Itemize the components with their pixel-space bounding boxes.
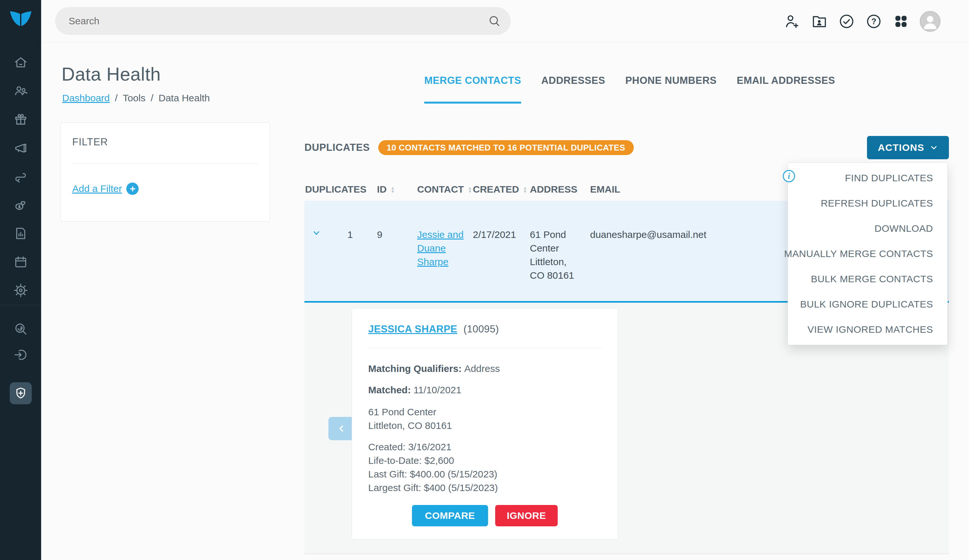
contact-folder-icon[interactable]	[811, 13, 828, 30]
sort-icon: ▲▼	[523, 186, 527, 193]
filter-title: FILTER	[72, 136, 258, 148]
tab-email-addresses[interactable]: EMAIL ADDRESSES	[737, 75, 835, 87]
help-icon[interactable]: ?	[865, 13, 882, 30]
menu-item-manually-merge-contacts[interactable]: MANUALLY MERGE CONTACTS	[788, 241, 947, 266]
stat-life-to-date: Life-to-Date: $2,600	[368, 454, 601, 467]
filter-divider	[72, 163, 258, 164]
row-address: 61 Pond Center Littleton, CO 80161	[526, 228, 585, 282]
duplicates-count-badge: 10 CONTACTS MATCHED TO 16 POTENTIAL DUPL…	[378, 140, 634, 155]
chevron-down-icon	[311, 228, 321, 238]
column-header-duplicates: DUPLICATES	[305, 184, 371, 195]
matching-qualifiers-line: Matching Qualifiers:Address	[368, 362, 601, 375]
add-filter-label: Add a Filter	[72, 183, 122, 194]
row-expand-cell[interactable]	[305, 228, 329, 241]
column-header-id[interactable]: ID▲▼	[371, 184, 413, 195]
sidebar-tools	[10, 321, 32, 404]
breadcrumb-separator: /	[151, 93, 153, 104]
actions-label: ACTIONS	[878, 142, 924, 153]
gift-icon[interactable]	[13, 112, 28, 127]
stat-last-gift: Last Gift: $400.00 (5/15/2023)	[368, 467, 601, 481]
filter-panel: FILTER Add a Filter +	[60, 122, 270, 221]
breadcrumb-current: Data Health	[159, 93, 210, 104]
duplicate-contact-id: (10095)	[463, 323, 499, 335]
sort-icon: ▲▼	[391, 186, 395, 193]
menu-item-find-duplicates[interactable]: FIND DUPLICATES	[788, 165, 947, 191]
sidebar-nav	[13, 55, 28, 298]
column-header-address: ADDRESS	[526, 184, 585, 195]
calendar-icon[interactable]	[13, 254, 28, 269]
home-icon[interactable]	[13, 55, 28, 70]
info-icon[interactable]: i	[783, 170, 795, 182]
app: ? Data Health Dashboard / Tools / Data H…	[0, 0, 969, 560]
page-title: Data Health	[62, 63, 161, 85]
breadcrumb-tools: Tools	[123, 93, 145, 104]
breadcrumb-dashboard[interactable]: Dashboard	[62, 93, 110, 104]
menu-item-download[interactable]: DOWNLOAD	[788, 216, 947, 241]
detail-name-line: JESSICA SHARPE (10095)	[368, 323, 601, 335]
query-icon[interactable]	[13, 321, 28, 336]
chevron-down-icon	[929, 143, 938, 152]
sidebar	[0, 0, 41, 560]
duplicates-label: DUPLICATES	[305, 142, 370, 153]
import-icon[interactable]	[13, 347, 28, 362]
duplicate-contact-link[interactable]: JESSICA SHARPE	[368, 323, 457, 335]
topbar: ?	[41, 0, 969, 43]
global-search[interactable]	[55, 7, 511, 35]
duplicate-detail-card: JESSICA SHARPE (10095) Matching Qualifie…	[352, 308, 618, 540]
topbar-icons: ?	[784, 0, 941, 43]
sidebar-divider	[0, 305, 41, 305]
duplicates-header: DUPLICATES 10 CONTACTS MATCHED TO 16 POT…	[305, 136, 949, 159]
compare-button[interactable]: COMPARE	[412, 505, 488, 526]
detail-stats: Created: 3/16/2021 Life-to-Date: $2,600 …	[368, 440, 601, 495]
tab-phone-numbers[interactable]: PHONE NUMBERS	[625, 75, 717, 87]
menu-item-view-ignored-matches[interactable]: VIEW IGNORED MATCHES	[788, 317, 947, 342]
chevron-left-icon	[337, 424, 346, 434]
menu-item-bulk-ignore-duplicates[interactable]: BULK IGNORE DUPLICATES	[788, 292, 947, 317]
breadcrumb-separator: /	[115, 93, 118, 104]
row-created: 2/17/2021	[468, 228, 526, 241]
virtuous-logo-icon[interactable]	[9, 11, 32, 27]
giving-icon[interactable]	[13, 198, 28, 212]
actions-button[interactable]: ACTIONS	[867, 136, 949, 159]
ignore-button[interactable]: IGNORE	[495, 505, 558, 526]
data-health-shield-icon	[13, 386, 28, 401]
add-contact-icon[interactable]	[784, 13, 801, 30]
previous-match-button[interactable]	[328, 417, 355, 440]
detail-buttons: COMPARE IGNORE	[368, 505, 601, 526]
tab-bar: MERGE CONTACTS ADDRESSES PHONE NUMBERS E…	[424, 75, 835, 87]
search-input[interactable]	[55, 15, 488, 27]
search-icon[interactable]	[488, 15, 501, 28]
actions-dropdown-menu: i FIND DUPLICATES REFRESH DUPLICATES DOW…	[788, 163, 947, 345]
automation-icon[interactable]	[13, 169, 28, 184]
sort-icon: ▲▼	[468, 186, 472, 193]
sidebar-item-data-health[interactable]	[10, 382, 32, 404]
row-contact-cell: Jessie and Duane Sharpe	[413, 228, 468, 269]
tab-addresses[interactable]: ADDRESSES	[541, 75, 605, 87]
detail-divider	[368, 348, 601, 348]
add-filter-link[interactable]: Add a Filter +	[72, 183, 258, 195]
column-header-contact[interactable]: CONTACT▲▼	[413, 184, 468, 195]
avatar[interactable]	[920, 11, 941, 32]
check-circle-icon[interactable]	[838, 13, 855, 30]
apps-icon[interactable]	[892, 13, 909, 30]
row-duplicates-count: 1	[329, 228, 371, 241]
settings-icon[interactable]	[13, 283, 28, 298]
svg-text:?: ?	[871, 17, 876, 26]
contacts-icon[interactable]	[13, 83, 28, 98]
menu-item-refresh-duplicates[interactable]: REFRESH DUPLICATES	[788, 191, 947, 216]
row-id: 9	[371, 228, 413, 241]
detail-address: 61 Pond Center Littleton, CO 80161	[368, 405, 601, 432]
plus-circle-icon: +	[126, 183, 138, 195]
menu-item-bulk-merge-contacts[interactable]: BULK MERGE CONTACTS	[788, 266, 947, 292]
breadcrumb: Dashboard / Tools / Data Health	[62, 93, 210, 104]
reports-icon[interactable]	[13, 226, 28, 241]
tab-merge-contacts[interactable]: MERGE CONTACTS	[424, 75, 521, 87]
matched-date-line: Matched:11/10/2021	[368, 384, 601, 396]
stat-created: Created: 3/16/2021	[368, 440, 601, 454]
contact-link[interactable]: Jessie and Duane Sharpe	[417, 229, 463, 267]
marketing-icon[interactable]	[13, 141, 28, 155]
column-header-created[interactable]: CREATED▲▼	[468, 184, 526, 195]
stat-largest-gift: Largest Gift: $400 (5/15/2023)	[368, 481, 601, 495]
